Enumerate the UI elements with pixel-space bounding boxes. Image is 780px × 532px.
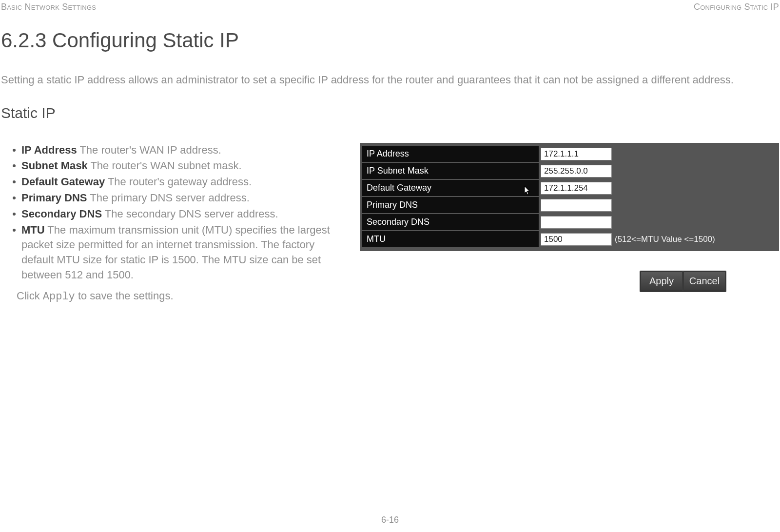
screenshot-column: IP Address IP Subnet Mask Default Gatewa…	[360, 143, 780, 303]
desc: The router's gateway address.	[105, 176, 252, 188]
page-number: 6-16	[0, 515, 780, 525]
apply-pre: Click	[17, 290, 43, 302]
doc-header: Basic Network Settings Configuring Stati…	[0, 0, 780, 12]
cursor-icon	[524, 185, 531, 195]
input-ip-subnet-mask[interactable]	[541, 165, 612, 177]
input-default-gateway[interactable]	[541, 182, 612, 195]
definition-mtu: MTU The maximum transmission unit (MTU) …	[13, 223, 348, 283]
apply-code: Apply	[43, 291, 75, 303]
desc: The router's WAN subnet mask.	[88, 159, 242, 172]
term: Primary DNS	[21, 192, 87, 204]
subsection-heading: Static IP	[1, 105, 779, 121]
apply-instruction: Click Apply to save the settings.	[17, 290, 348, 303]
label-primary-dns: Primary DNS	[362, 197, 539, 213]
apply-button[interactable]: Apply	[641, 272, 682, 291]
definition-secondary-dns: Secondary DNS The secondary DNS server a…	[13, 207, 348, 222]
row-ip-subnet-mask: IP Subnet Mask	[362, 163, 777, 179]
row-mtu: MTU (512<=MTU Value <=1500)	[362, 231, 777, 248]
label-ip-address: IP Address	[362, 146, 539, 162]
label-mtu: MTU	[362, 231, 539, 247]
row-ip-address: IP Address	[362, 146, 777, 162]
cancel-button[interactable]: Cancel	[683, 272, 725, 291]
input-mtu[interactable]	[541, 233, 612, 246]
hint-mtu: (512<=MTU Value <=1500)	[615, 235, 715, 244]
term: Secondary DNS	[21, 208, 102, 220]
header-right: Configuring Static IP	[694, 2, 779, 12]
row-secondary-dns: Secondary DNS	[362, 214, 777, 231]
input-secondary-dns[interactable]	[541, 216, 612, 229]
desc: The maximum transmission unit (MTU) spec…	[21, 224, 330, 281]
definition-primary-dns: Primary DNS The primary DNS server addre…	[13, 191, 348, 206]
desc: The router's WAN IP address.	[77, 144, 221, 156]
desc: The secondary DNS server address.	[102, 208, 278, 220]
label-secondary-dns: Secondary DNS	[362, 214, 539, 230]
content-row: IP Address The router's WAN IP address. …	[0, 143, 780, 303]
definitions-list: IP Address The router's WAN IP address. …	[13, 143, 348, 283]
apply-post: to save the settings.	[75, 290, 174, 302]
desc: The primary DNS server address.	[87, 192, 250, 204]
label-ip-subnet-mask: IP Subnet Mask	[362, 163, 539, 179]
term: Default Gateway	[21, 176, 105, 188]
term: Subnet Mask	[21, 159, 88, 172]
definition-ip-address: IP Address The router's WAN IP address.	[13, 143, 348, 158]
input-ip-address[interactable]	[541, 148, 612, 160]
term: IP Address	[21, 144, 77, 156]
button-bar: Apply Cancel	[640, 271, 726, 292]
router-settings-panel: IP Address IP Subnet Mask Default Gatewa…	[360, 143, 779, 251]
intro-paragraph: Setting a static IP address allows an ad…	[1, 73, 779, 87]
section-heading: 6.2.3 Configuring Static IP	[1, 29, 779, 52]
row-default-gateway: Default Gateway	[362, 180, 777, 197]
label-default-gateway: Default Gateway	[362, 180, 539, 196]
term: MTU	[21, 224, 45, 236]
input-primary-dns[interactable]	[541, 199, 612, 212]
definition-subnet-mask: Subnet Mask The router's WAN subnet mask…	[13, 158, 348, 174]
header-left: Basic Network Settings	[1, 2, 96, 12]
definitions-column: IP Address The router's WAN IP address. …	[0, 143, 360, 303]
row-primary-dns: Primary DNS	[362, 197, 777, 214]
definition-default-gateway: Default Gateway The router's gateway add…	[13, 175, 348, 190]
